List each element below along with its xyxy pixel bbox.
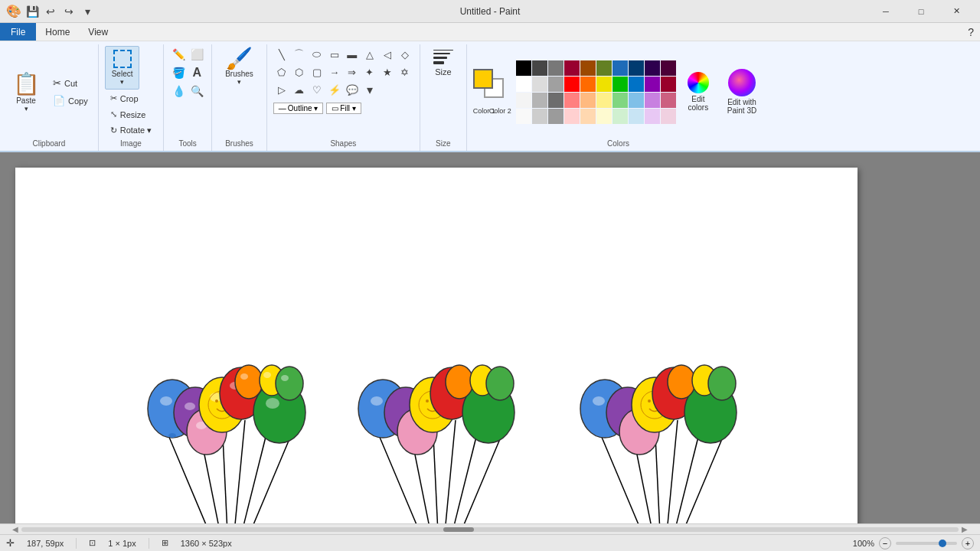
maximize-button[interactable]: □ xyxy=(903,0,939,23)
arrow-right-shape[interactable]: ▷ xyxy=(273,81,290,98)
fill-dropdown[interactable]: ▭ Fill ▾ xyxy=(326,103,361,114)
color-swatch[interactable] xyxy=(645,60,660,76)
color-picker-button[interactable]: 💧 xyxy=(170,83,187,99)
triangle-shape[interactable]: △ xyxy=(361,46,378,63)
color-swatch[interactable] xyxy=(612,77,628,92)
help-button[interactable]: ? xyxy=(968,26,980,38)
outline-dropdown[interactable]: — Outline ▾ xyxy=(273,103,323,114)
color-swatch[interactable] xyxy=(596,93,612,108)
color-swatch[interactable] xyxy=(548,93,564,108)
color1-swatch[interactable] xyxy=(473,69,493,89)
zoom-out-button[interactable]: − xyxy=(879,537,891,549)
color-swatch[interactable] xyxy=(516,77,531,92)
color-swatch[interactable] xyxy=(564,109,580,124)
zoom-slider[interactable] xyxy=(896,542,957,545)
color-swatch[interactable] xyxy=(532,93,547,108)
star6-shape[interactable]: ✡ xyxy=(397,64,413,80)
paste-button[interactable]: 📋 Paste ▾ xyxy=(6,46,46,138)
copy-button[interactable]: 📄 Copy xyxy=(49,93,92,109)
color-swatch[interactable] xyxy=(516,60,531,76)
color-swatch[interactable] xyxy=(645,77,660,92)
scroll-track[interactable] xyxy=(21,527,959,532)
color-swatch[interactable] xyxy=(516,93,531,108)
color-swatch[interactable] xyxy=(564,77,580,92)
color-swatch[interactable] xyxy=(661,93,676,108)
lightning-shape[interactable]: ⚡ xyxy=(326,81,343,98)
text-button[interactable]: A xyxy=(188,64,205,81)
color-swatch[interactable] xyxy=(548,77,564,92)
pencil-button[interactable]: ✏️ xyxy=(170,46,187,63)
color-swatch[interactable] xyxy=(596,77,612,92)
color-swatch[interactable] xyxy=(629,60,644,76)
arrow-shape[interactable]: → xyxy=(326,64,343,80)
star4-shape[interactable]: ✦ xyxy=(361,64,378,80)
zoom-in-button[interactable]: + xyxy=(962,537,974,549)
edit-colors-button[interactable]: Editcolors xyxy=(681,68,716,116)
color-swatch[interactable] xyxy=(564,60,580,76)
color-swatch[interactable] xyxy=(548,109,564,124)
color-swatch[interactable] xyxy=(564,93,580,108)
rr-shape[interactable]: ▢ xyxy=(309,64,325,80)
color-swatch[interactable] xyxy=(532,60,547,76)
magnifier-button[interactable]: 🔍 xyxy=(188,83,205,99)
color-swatch[interactable] xyxy=(612,60,628,76)
color-swatch[interactable] xyxy=(532,77,547,92)
color-swatch[interactable] xyxy=(548,60,564,76)
color-swatch[interactable] xyxy=(661,60,676,76)
color-swatch[interactable] xyxy=(661,77,676,92)
redo-button[interactable]: ↪ xyxy=(61,4,77,19)
color-swatch[interactable] xyxy=(596,60,612,76)
color-swatch[interactable] xyxy=(612,93,628,108)
cloud-shape[interactable]: ☁ xyxy=(291,81,308,98)
color-swatch[interactable] xyxy=(661,109,676,124)
color-swatch[interactable] xyxy=(532,109,547,124)
edit-paint3d-button[interactable]: Edit withPaint 3D xyxy=(720,65,763,119)
rotate-button[interactable]: ↻ Rotate ▾ xyxy=(105,123,157,138)
arrow2-shape[interactable]: ⇒ xyxy=(344,64,361,80)
diamond-shape[interactable]: ◇ xyxy=(397,46,413,63)
callout-shape[interactable]: 💬 xyxy=(344,81,361,98)
eraser-button[interactable]: ⬜ xyxy=(188,46,205,63)
color-swatch[interactable] xyxy=(516,109,531,124)
rect-shape[interactable]: ▭ xyxy=(326,46,343,63)
crop-button[interactable]: ✂ Crop xyxy=(105,91,157,106)
color-swatch[interactable] xyxy=(629,77,644,92)
color-swatch[interactable] xyxy=(580,60,596,76)
color-swatch[interactable] xyxy=(629,93,644,108)
rtriangle-shape[interactable]: ◁ xyxy=(379,46,396,63)
more-shapes[interactable]: ▾ xyxy=(361,81,378,98)
canvas-container[interactable] xyxy=(0,152,980,523)
brushes-button[interactable]: 🖌️ Brushes ▾ xyxy=(218,46,260,88)
color-swatch[interactable] xyxy=(596,109,612,124)
size-button[interactable]: Size xyxy=(426,46,460,80)
curve-shape[interactable]: ⌒ xyxy=(291,46,308,63)
color-swatch[interactable] xyxy=(580,77,596,92)
color-swatch[interactable] xyxy=(612,109,628,124)
color-swatch[interactable] xyxy=(645,109,660,124)
cut-button[interactable]: ✂ Cut xyxy=(49,75,92,91)
line-shape[interactable]: ╲ xyxy=(273,46,290,63)
resize-button[interactable]: ⤡ Resize xyxy=(105,107,157,122)
color-swatch[interactable] xyxy=(629,109,644,124)
minimize-button[interactable]: ─ xyxy=(868,0,903,23)
color-swatch[interactable] xyxy=(580,93,596,108)
scroll-thumb[interactable] xyxy=(443,527,474,532)
undo-button[interactable]: ↩ xyxy=(43,4,58,19)
oval-shape[interactable]: ⬭ xyxy=(309,46,325,63)
customize-qa-button[interactable]: ▾ xyxy=(80,4,95,19)
save-button[interactable]: 💾 xyxy=(24,4,40,19)
heart-shape[interactable]: ♡ xyxy=(309,81,325,98)
close-button[interactable]: ✕ xyxy=(939,0,974,23)
canvas[interactable] xyxy=(15,168,858,523)
fill-bucket-button[interactable]: 🪣 xyxy=(170,64,187,81)
pentagon-shape[interactable]: ⬠ xyxy=(273,64,290,80)
horizontal-scrollbar[interactable]: ◀ ▶ xyxy=(0,523,980,534)
rect2-shape[interactable]: ▬ xyxy=(344,46,361,63)
color-swatch[interactable] xyxy=(645,93,660,108)
menu-view[interactable]: View xyxy=(79,23,117,41)
star5-shape[interactable]: ★ xyxy=(379,64,396,80)
scroll-right-arrow[interactable]: ▶ xyxy=(962,525,968,533)
color-swatch[interactable] xyxy=(580,109,596,124)
select-button[interactable]: Select ▾ xyxy=(105,46,140,90)
hexagon-shape[interactable]: ⬡ xyxy=(291,64,308,80)
